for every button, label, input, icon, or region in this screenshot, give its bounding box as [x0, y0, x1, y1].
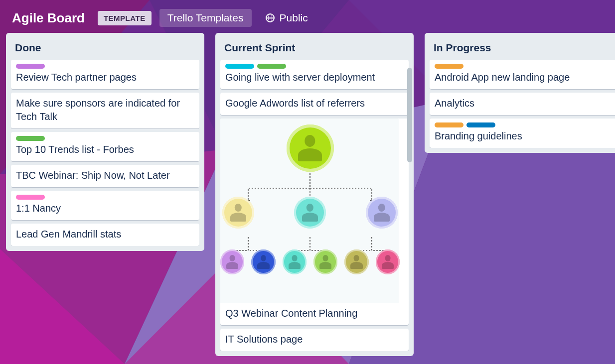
board-header: Agile Board TEMPLATE Trello Templates Pu…: [0, 0, 615, 33]
card-cover-image: [220, 119, 399, 303]
card-title: Make sure sponsors are indicated for Tec…: [16, 97, 194, 123]
person-icon: [251, 249, 275, 274]
card[interactable]: IT Solutions page: [220, 329, 409, 351]
person-icon: [287, 124, 334, 172]
card-label: [435, 64, 463, 69]
list-column[interactable]: Current SprintGoing live with server dep…: [215, 33, 414, 356]
card-label: [16, 64, 45, 69]
person-icon: [344, 249, 368, 274]
person-icon: [376, 249, 400, 274]
card[interactable]: Q3 Webinar Content Planning: [220, 119, 409, 325]
card-title: IT Solutions page: [225, 333, 404, 346]
board-title[interactable]: Agile Board: [12, 10, 85, 26]
template-badge[interactable]: TEMPLATE: [98, 11, 152, 25]
card-labels: [225, 64, 404, 71]
card-labels: [16, 64, 194, 71]
card-list: Review Tech partner pagesMake sure spons…: [10, 60, 200, 246]
card-title: Going live with server deployment: [225, 71, 404, 84]
person-icon: [366, 197, 398, 229]
card[interactable]: Lead Gen Mandrill stats: [11, 224, 199, 246]
person-icon: [222, 197, 254, 229]
list-column[interactable]: In ProgressAndroid App new landing pageA…: [425, 33, 615, 153]
board-canvas[interactable]: DoneReview Tech partner pagesMake sure s…: [0, 33, 615, 361]
visibility-label: Public: [280, 12, 308, 24]
card-labels: [435, 64, 613, 71]
card-title: Review Tech partner pages: [16, 71, 194, 84]
card-list: Going live with server deploymentGoogle …: [219, 60, 410, 351]
visibility-button[interactable]: Public: [260, 9, 314, 27]
card-title: Branding guidelines: [435, 129, 613, 143]
card[interactable]: TBC Webinar: Ship Now, Not Later: [11, 165, 199, 187]
card-label: [225, 64, 254, 69]
card[interactable]: Android App new landing page: [430, 60, 615, 89]
card[interactable]: 1:1 Nancy: [11, 191, 199, 220]
card[interactable]: Google Adwords list of referrers: [220, 93, 409, 115]
card-labels: [16, 195, 194, 202]
card-title: 1:1 Nancy: [16, 202, 194, 215]
card-labels: [435, 122, 613, 129]
card[interactable]: Review Tech partner pages: [11, 60, 199, 89]
card-title: Top 10 Trends list - Forbes: [16, 143, 194, 156]
scrollbar-thumb[interactable]: [407, 68, 412, 162]
card-label: [16, 136, 45, 141]
card-label: [435, 122, 463, 127]
list-title[interactable]: Current Sprint: [219, 38, 410, 60]
card-label: [16, 195, 45, 200]
person-icon: [220, 249, 244, 274]
list-title[interactable]: Done: [10, 38, 200, 60]
card[interactable]: Branding guidelines: [430, 119, 615, 148]
card-list: Android App new landing pageAnalyticsBra…: [429, 60, 615, 148]
card-label: [466, 122, 495, 127]
card-title: Google Adwords list of referrers: [225, 97, 404, 110]
list-title[interactable]: In Progress: [429, 38, 615, 60]
list-column[interactable]: DoneReview Tech partner pagesMake sure s…: [6, 33, 204, 251]
card-title: Analytics: [435, 97, 613, 110]
card-title: Android App new landing page: [435, 71, 613, 84]
card-labels: [16, 136, 194, 143]
card-label: [257, 64, 286, 69]
templates-link[interactable]: Trello Templates: [159, 9, 252, 27]
card-title: Q3 Webinar Content Planning: [225, 307, 404, 320]
person-icon: [294, 197, 326, 229]
card-title: Lead Gen Mandrill stats: [16, 228, 194, 241]
card-title: TBC Webinar: Ship Now, Not Later: [16, 169, 194, 182]
person-icon: [313, 249, 337, 274]
globe-icon: [266, 13, 275, 22]
card[interactable]: Make sure sponsors are indicated for Tec…: [11, 93, 199, 128]
card[interactable]: Going live with server deployment: [220, 60, 409, 89]
person-icon: [283, 249, 307, 274]
card[interactable]: Top 10 Trends list - Forbes: [11, 132, 199, 161]
card[interactable]: Analytics: [430, 93, 615, 115]
